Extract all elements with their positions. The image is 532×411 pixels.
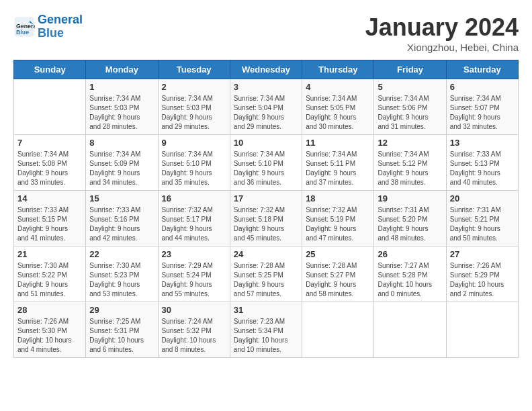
day-info: Sunrise: 7:32 AM Sunset: 5:17 PM Dayligh… <box>162 205 226 243</box>
calendar-cell: 21Sunrise: 7:30 AM Sunset: 5:22 PM Dayli… <box>14 246 86 302</box>
day-number: 26 <box>378 249 442 259</box>
calendar-cell: 15Sunrise: 7:33 AM Sunset: 5:16 PM Dayli… <box>86 191 158 246</box>
day-info: Sunrise: 7:29 AM Sunset: 5:24 PM Dayligh… <box>162 261 226 299</box>
day-info: Sunrise: 7:34 AM Sunset: 5:05 PM Dayligh… <box>306 94 370 132</box>
day-number: 25 <box>306 249 370 259</box>
day-info: Sunrise: 7:31 AM Sunset: 5:21 PM Dayligh… <box>450 205 515 243</box>
calendar-cell <box>14 79 86 135</box>
day-info: Sunrise: 7:34 AM Sunset: 5:03 PM Dayligh… <box>89 94 154 132</box>
calendar-week-row: 14Sunrise: 7:33 AM Sunset: 5:15 PM Dayli… <box>14 191 519 246</box>
day-number: 20 <box>450 193 515 203</box>
day-info: Sunrise: 7:34 AM Sunset: 5:06 PM Dayligh… <box>378 94 442 132</box>
day-info: Sunrise: 7:32 AM Sunset: 5:18 PM Dayligh… <box>234 205 298 243</box>
calendar-cell: 30Sunrise: 7:24 AM Sunset: 5:32 PM Dayli… <box>158 302 230 358</box>
month-title: January 2024 <box>365 13 519 42</box>
day-number: 2 <box>162 82 226 92</box>
day-info: Sunrise: 7:34 AM Sunset: 5:07 PM Dayligh… <box>450 94 515 132</box>
calendar-cell: 2Sunrise: 7:34 AM Sunset: 5:03 PM Daylig… <box>158 79 230 135</box>
calendar-week-row: 1Sunrise: 7:34 AM Sunset: 5:03 PM Daylig… <box>14 79 519 135</box>
calendar-cell: 27Sunrise: 7:26 AM Sunset: 5:29 PM Dayli… <box>446 246 518 302</box>
day-number: 31 <box>234 305 298 315</box>
calendar-cell: 5Sunrise: 7:34 AM Sunset: 5:06 PM Daylig… <box>374 79 446 135</box>
calendar-cell: 6Sunrise: 7:34 AM Sunset: 5:07 PM Daylig… <box>446 79 518 135</box>
calendar-table: SundayMondayTuesdayWednesdayThursdayFrid… <box>13 60 519 358</box>
calendar-header: SundayMondayTuesdayWednesdayThursdayFrid… <box>14 60 519 79</box>
calendar-cell: 31Sunrise: 7:23 AM Sunset: 5:34 PM Dayli… <box>230 302 302 358</box>
day-info: Sunrise: 7:34 AM Sunset: 5:11 PM Dayligh… <box>306 150 370 187</box>
weekday-header-monday: Monday <box>86 60 158 79</box>
calendar-body: 1Sunrise: 7:34 AM Sunset: 5:03 PM Daylig… <box>14 79 519 358</box>
day-number: 6 <box>450 82 515 92</box>
weekday-header-tuesday: Tuesday <box>158 60 230 79</box>
day-info: Sunrise: 7:32 AM Sunset: 5:19 PM Dayligh… <box>306 205 370 243</box>
day-info: Sunrise: 7:28 AM Sunset: 5:27 PM Dayligh… <box>306 261 370 299</box>
day-info: Sunrise: 7:34 AM Sunset: 5:12 PM Dayligh… <box>378 150 442 187</box>
day-number: 15 <box>89 193 154 203</box>
calendar-week-row: 21Sunrise: 7:30 AM Sunset: 5:22 PM Dayli… <box>14 246 519 302</box>
day-info: Sunrise: 7:30 AM Sunset: 5:22 PM Dayligh… <box>17 261 82 299</box>
weekday-header-friday: Friday <box>374 60 446 79</box>
calendar-cell: 10Sunrise: 7:34 AM Sunset: 5:10 PM Dayli… <box>230 135 302 191</box>
calendar-cell: 23Sunrise: 7:29 AM Sunset: 5:24 PM Dayli… <box>158 246 230 302</box>
day-number: 4 <box>306 82 370 92</box>
day-number: 5 <box>378 82 442 92</box>
logo: General Blue GeneralBlue <box>13 13 83 40</box>
calendar-cell: 3Sunrise: 7:34 AM Sunset: 5:04 PM Daylig… <box>230 79 302 135</box>
day-info: Sunrise: 7:34 AM Sunset: 5:04 PM Dayligh… <box>234 94 298 132</box>
day-info: Sunrise: 7:24 AM Sunset: 5:32 PM Dayligh… <box>162 317 226 355</box>
calendar-cell: 1Sunrise: 7:34 AM Sunset: 5:03 PM Daylig… <box>86 79 158 135</box>
calendar-cell: 22Sunrise: 7:30 AM Sunset: 5:23 PM Dayli… <box>86 246 158 302</box>
calendar-cell: 7Sunrise: 7:34 AM Sunset: 5:08 PM Daylig… <box>14 135 86 191</box>
weekday-header-saturday: Saturday <box>446 60 518 79</box>
day-info: Sunrise: 7:26 AM Sunset: 5:29 PM Dayligh… <box>450 261 515 299</box>
calendar-cell: 28Sunrise: 7:26 AM Sunset: 5:30 PM Dayli… <box>14 302 86 358</box>
calendar-week-row: 28Sunrise: 7:26 AM Sunset: 5:30 PM Dayli… <box>14 302 519 358</box>
calendar-week-row: 7Sunrise: 7:34 AM Sunset: 5:08 PM Daylig… <box>14 135 519 191</box>
day-number: 7 <box>17 138 82 148</box>
calendar-cell: 16Sunrise: 7:32 AM Sunset: 5:17 PM Dayli… <box>158 191 230 246</box>
day-info: Sunrise: 7:34 AM Sunset: 5:10 PM Dayligh… <box>162 150 226 187</box>
calendar-cell: 4Sunrise: 7:34 AM Sunset: 5:05 PM Daylig… <box>302 79 374 135</box>
day-number: 18 <box>306 193 370 203</box>
day-info: Sunrise: 7:26 AM Sunset: 5:30 PM Dayligh… <box>17 317 82 355</box>
calendar-cell: 24Sunrise: 7:28 AM Sunset: 5:25 PM Dayli… <box>230 246 302 302</box>
day-number: 29 <box>89 305 154 315</box>
location-subtitle: Xiongzhou, Hebei, China <box>365 42 519 53</box>
calendar-cell: 14Sunrise: 7:33 AM Sunset: 5:15 PM Dayli… <box>14 191 86 246</box>
calendar-cell: 20Sunrise: 7:31 AM Sunset: 5:21 PM Dayli… <box>446 191 518 246</box>
weekday-header-thursday: Thursday <box>302 60 374 79</box>
day-info: Sunrise: 7:31 AM Sunset: 5:20 PM Dayligh… <box>378 205 442 243</box>
calendar-cell: 13Sunrise: 7:33 AM Sunset: 5:13 PM Dayli… <box>446 135 518 191</box>
svg-text:Blue: Blue <box>16 29 29 36</box>
day-number: 27 <box>450 249 515 259</box>
calendar-cell: 29Sunrise: 7:25 AM Sunset: 5:31 PM Dayli… <box>86 302 158 358</box>
weekday-header-row: SundayMondayTuesdayWednesdayThursdayFrid… <box>14 60 519 79</box>
calendar-cell: 25Sunrise: 7:28 AM Sunset: 5:27 PM Dayli… <box>302 246 374 302</box>
day-number: 11 <box>306 138 370 148</box>
day-info: Sunrise: 7:25 AM Sunset: 5:31 PM Dayligh… <box>89 317 154 355</box>
calendar-cell: 12Sunrise: 7:34 AM Sunset: 5:12 PM Dayli… <box>374 135 446 191</box>
day-number: 8 <box>89 138 154 148</box>
title-block: January 2024 Xiongzhou, Hebei, China <box>365 13 519 53</box>
day-number: 17 <box>234 193 298 203</box>
calendar-cell: 17Sunrise: 7:32 AM Sunset: 5:18 PM Dayli… <box>230 191 302 246</box>
calendar-cell: 26Sunrise: 7:27 AM Sunset: 5:28 PM Dayli… <box>374 246 446 302</box>
day-number: 28 <box>17 305 82 315</box>
day-number: 30 <box>162 305 226 315</box>
day-info: Sunrise: 7:33 AM Sunset: 5:15 PM Dayligh… <box>17 205 82 243</box>
day-info: Sunrise: 7:34 AM Sunset: 5:03 PM Dayligh… <box>162 94 226 132</box>
day-info: Sunrise: 7:27 AM Sunset: 5:28 PM Dayligh… <box>378 261 442 299</box>
day-number: 13 <box>450 138 515 148</box>
day-info: Sunrise: 7:23 AM Sunset: 5:34 PM Dayligh… <box>234 317 298 355</box>
day-number: 24 <box>234 249 298 259</box>
day-number: 3 <box>234 82 298 92</box>
day-info: Sunrise: 7:34 AM Sunset: 5:10 PM Dayligh… <box>234 150 298 187</box>
weekday-header-wednesday: Wednesday <box>230 60 302 79</box>
calendar-cell <box>374 302 446 358</box>
day-number: 16 <box>162 193 226 203</box>
day-number: 10 <box>234 138 298 148</box>
weekday-header-sunday: Sunday <box>14 60 86 79</box>
day-number: 21 <box>17 249 82 259</box>
calendar-cell: 19Sunrise: 7:31 AM Sunset: 5:20 PM Dayli… <box>374 191 446 246</box>
logo-icon: General Blue <box>13 16 35 38</box>
